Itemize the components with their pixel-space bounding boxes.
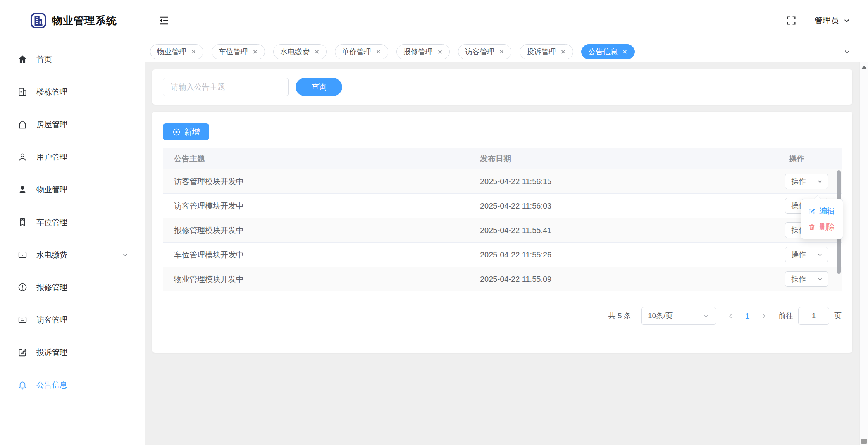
meter-icon (17, 249, 28, 260)
row-action-label[interactable]: 操作 (785, 247, 812, 262)
fullscreen-icon[interactable] (786, 15, 797, 26)
user-name: 管理员 (815, 15, 839, 26)
column-header-subject: 公告主题 (163, 148, 469, 169)
dropdown-delete-label: 删除 (819, 222, 835, 232)
page-scrollbar[interactable] (859, 62, 868, 445)
sidebar-item-utilities[interactable]: 水电缴费 (0, 238, 145, 271)
table-row[interactable]: 报修管理模块开发中 2025-04-22 11:55:41 操作 (163, 218, 842, 243)
column-header-date: 发布日期 (469, 148, 778, 169)
view-tab[interactable]: 访客管理 (458, 44, 512, 59)
chevron-down-icon (121, 251, 129, 259)
next-page-icon[interactable] (760, 312, 768, 320)
sidebar-item-parking[interactable]: 车位管理 (0, 206, 145, 238)
add-button[interactable]: 新增 (163, 123, 209, 140)
close-icon[interactable] (314, 49, 320, 55)
page-size-value: 10条/页 (648, 311, 673, 321)
view-tab[interactable]: 车位管理 (212, 44, 265, 59)
sidebar-item-visitors[interactable]: 访客管理 (0, 304, 145, 336)
building-logo-icon (29, 12, 47, 29)
row-action-button[interactable]: 操作 (785, 247, 828, 262)
close-icon[interactable] (252, 49, 258, 55)
close-icon[interactable] (375, 49, 381, 55)
cell-subject: 车位管理模块开发中 (163, 243, 469, 267)
column-header-actions: 操作 (778, 148, 842, 169)
row-action-button[interactable]: 操作 (785, 271, 828, 287)
main-area: 管理员 物业管理 车位管理 (145, 0, 868, 445)
top-header: 管理员 (145, 0, 868, 41)
tab-label: 投诉管理 (527, 47, 556, 57)
view-tab[interactable]: 水电缴费 (273, 44, 327, 59)
scrollbar-thumb[interactable] (861, 439, 867, 444)
cell-actions: 操作 (778, 243, 842, 267)
goto-label: 前往 (778, 311, 793, 321)
tab-label: 访客管理 (465, 47, 494, 57)
bell-icon (17, 379, 28, 390)
dropdown-delete-item[interactable]: 删除 (801, 219, 843, 235)
close-icon[interactable] (191, 49, 196, 55)
close-icon[interactable] (437, 49, 443, 55)
search-input[interactable] (163, 78, 289, 96)
page-unit-label: 页 (834, 311, 842, 321)
circle-plus-icon (172, 128, 181, 136)
add-button-label: 新增 (184, 127, 200, 137)
sidebar-item-property[interactable]: 物业管理 (0, 173, 145, 206)
table-header-row: 公告主题 发布日期 操作 (163, 148, 842, 169)
chevron-down-icon (703, 312, 710, 319)
sidebar-item-repairs[interactable]: 报修管理 (0, 271, 145, 304)
prev-page-icon[interactable] (727, 312, 734, 320)
user-filled-icon (17, 184, 28, 195)
table-row[interactable]: 访客管理模块开发中 2025-04-22 11:56:03 操作 (163, 194, 842, 218)
row-action-dropdown: 编辑 删除 (801, 199, 843, 239)
sidebar-item-label: 水电缴费 (36, 250, 67, 260)
sidebar-item-buildings[interactable]: 楼栋管理 (0, 76, 145, 108)
chevron-down-icon[interactable] (812, 174, 828, 189)
scroll-up-arrow-icon[interactable] (861, 66, 867, 69)
tab-label: 单价管理 (342, 47, 371, 57)
view-tab[interactable]: 公告信息 (581, 44, 635, 59)
warning-circle-icon (17, 282, 28, 293)
tabs-overflow-button[interactable] (835, 42, 859, 61)
sidebar-item-announcements[interactable]: 公告信息 (0, 369, 145, 401)
search-panel: 查询 (152, 69, 852, 105)
chevron-down-icon[interactable] (812, 247, 828, 262)
close-icon[interactable] (622, 49, 628, 55)
sidebar-item-label: 物业管理 (36, 185, 67, 195)
tab-label: 物业管理 (157, 47, 186, 57)
chevron-down-icon[interactable] (812, 272, 828, 286)
sidebar-item-label: 投诉管理 (36, 347, 67, 358)
dropdown-edit-item[interactable]: 编辑 (801, 203, 843, 219)
row-action-label[interactable]: 操作 (785, 174, 812, 189)
close-icon[interactable] (560, 49, 566, 55)
view-tab[interactable]: 投诉管理 (520, 44, 573, 59)
cell-date: 2025-04-22 11:55:09 (469, 267, 778, 291)
row-action-label[interactable]: 操作 (785, 272, 812, 286)
tab-bar: 物业管理 车位管理 水电缴费 (145, 41, 868, 62)
table-row[interactable]: 车位管理模块开发中 2025-04-22 11:55:26 操作 (163, 243, 842, 267)
page-size-select[interactable]: 10条/页 (641, 307, 716, 325)
sidebar-item-complaints[interactable]: 投诉管理 (0, 336, 145, 369)
close-icon[interactable] (499, 49, 505, 55)
header-right: 管理员 (786, 15, 851, 26)
view-tab[interactable]: 报修管理 (396, 44, 450, 59)
row-action-button[interactable]: 操作 (785, 174, 828, 189)
building-icon (17, 86, 28, 97)
sidebar-item-label: 首页 (36, 54, 52, 65)
sidebar-item-users[interactable]: 用户管理 (0, 141, 145, 173)
home-icon (17, 54, 28, 65)
view-tab[interactable]: 物业管理 (150, 44, 203, 59)
pager: 1 (727, 312, 768, 321)
user-menu[interactable]: 管理员 (815, 15, 851, 26)
query-button[interactable]: 查询 (296, 78, 342, 96)
chevron-down-icon (842, 16, 851, 25)
table-row[interactable]: 物业管理模块开发中 2025-04-22 11:55:09 操作 (163, 267, 842, 291)
current-page[interactable]: 1 (745, 312, 749, 321)
goto-page-input[interactable] (798, 307, 829, 325)
cell-subject: 访客管理模块开发中 (163, 169, 469, 194)
sidebar-item-label: 报修管理 (36, 282, 67, 293)
sidebar-item-home[interactable]: 首页 (0, 43, 145, 76)
sidebar-item-houses[interactable]: 房屋管理 (0, 108, 145, 141)
card-icon (17, 314, 28, 325)
view-tab[interactable]: 单价管理 (335, 44, 388, 59)
sidebar-fold-icon[interactable] (158, 15, 170, 26)
table-row[interactable]: 访客管理模块开发中 2025-04-22 11:56:15 操作 (163, 169, 842, 194)
